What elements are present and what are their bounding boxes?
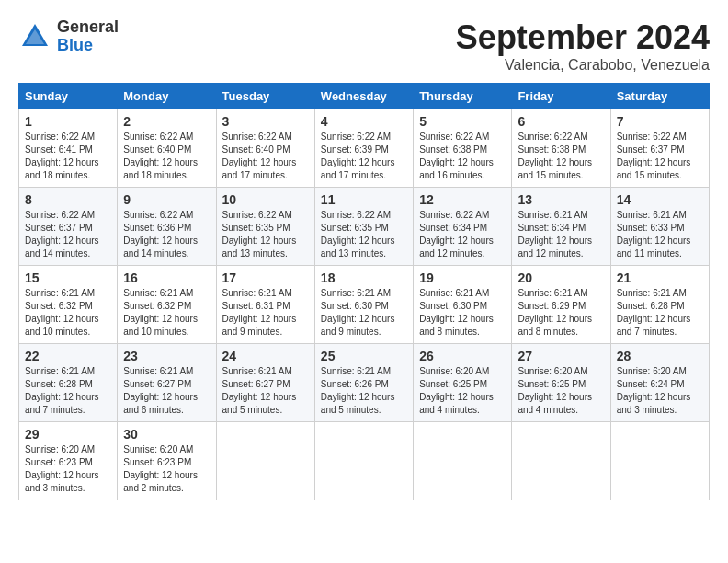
day-detail: Sunrise: 6:21 AMSunset: 6:30 PMDaylight:… bbox=[419, 288, 494, 337]
day-number: 6 bbox=[518, 114, 604, 129]
day-cell: 26 Sunrise: 6:20 AMSunset: 6:25 PMDaylig… bbox=[414, 344, 512, 422]
day-cell: 22 Sunrise: 6:21 AMSunset: 6:28 PMDaylig… bbox=[19, 344, 118, 422]
day-detail: Sunrise: 6:22 AMSunset: 6:40 PMDaylight:… bbox=[123, 132, 198, 180]
day-cell: 10 Sunrise: 6:22 AMSunset: 6:35 PMDaylig… bbox=[216, 188, 314, 266]
day-cell: 30 Sunrise: 6:20 AMSunset: 6:23 PMDaylig… bbox=[118, 422, 216, 500]
weekday-tuesday: Tuesday bbox=[216, 84, 314, 109]
week-row-5: 29 Sunrise: 6:20 AMSunset: 6:23 PMDaylig… bbox=[19, 422, 710, 500]
day-cell: 19 Sunrise: 6:21 AMSunset: 6:30 PMDaylig… bbox=[414, 266, 512, 344]
day-detail: Sunrise: 6:21 AMSunset: 6:30 PMDaylight:… bbox=[321, 288, 395, 337]
day-number: 22 bbox=[25, 349, 111, 363]
day-number: 30 bbox=[123, 427, 210, 442]
day-detail: Sunrise: 6:21 AMSunset: 6:27 PMDaylight:… bbox=[222, 366, 297, 415]
day-detail: Sunrise: 6:21 AMSunset: 6:32 PMDaylight:… bbox=[123, 288, 198, 337]
day-cell bbox=[512, 422, 610, 500]
day-cell bbox=[216, 422, 314, 500]
day-cell: 21 Sunrise: 6:21 AMSunset: 6:28 PMDaylig… bbox=[610, 266, 709, 344]
day-number: 19 bbox=[419, 270, 506, 285]
day-number: 23 bbox=[123, 349, 210, 363]
day-number: 7 bbox=[617, 114, 703, 129]
day-number: 1 bbox=[25, 114, 111, 129]
day-cell: 20 Sunrise: 6:21 AMSunset: 6:29 PMDaylig… bbox=[512, 266, 610, 344]
day-cell: 16 Sunrise: 6:21 AMSunset: 6:32 PMDaylig… bbox=[118, 266, 216, 344]
day-detail: Sunrise: 6:22 AMSunset: 6:41 PMDaylight:… bbox=[25, 132, 99, 180]
day-detail: Sunrise: 6:22 AMSunset: 6:36 PMDaylight:… bbox=[123, 210, 198, 259]
day-detail: Sunrise: 6:22 AMSunset: 6:37 PMDaylight:… bbox=[617, 132, 691, 180]
day-number: 16 bbox=[123, 270, 210, 285]
day-number: 8 bbox=[25, 192, 111, 207]
weekday-monday: Monday bbox=[118, 84, 216, 109]
day-number: 21 bbox=[617, 270, 703, 285]
week-row-4: 22 Sunrise: 6:21 AMSunset: 6:28 PMDaylig… bbox=[19, 344, 710, 422]
day-detail: Sunrise: 6:22 AMSunset: 6:38 PMDaylight:… bbox=[518, 132, 592, 180]
day-number: 28 bbox=[617, 349, 703, 363]
day-number: 26 bbox=[419, 349, 506, 363]
day-cell: 2 Sunrise: 6:22 AMSunset: 6:40 PMDayligh… bbox=[118, 109, 216, 188]
day-cell: 8 Sunrise: 6:22 AMSunset: 6:37 PMDayligh… bbox=[19, 188, 118, 266]
day-cell: 11 Sunrise: 6:22 AMSunset: 6:35 PMDaylig… bbox=[314, 188, 413, 266]
day-cell: 29 Sunrise: 6:20 AMSunset: 6:23 PMDaylig… bbox=[19, 422, 118, 500]
logo-text: General Blue bbox=[57, 18, 119, 55]
day-number: 5 bbox=[419, 114, 506, 129]
day-cell: 15 Sunrise: 6:21 AMSunset: 6:32 PMDaylig… bbox=[19, 266, 118, 344]
day-detail: Sunrise: 6:20 AMSunset: 6:25 PMDaylight:… bbox=[518, 366, 592, 415]
logo-icon bbox=[18, 20, 51, 53]
weekday-header-row: SundayMondayTuesdayWednesdayThursdayFrid… bbox=[19, 84, 710, 109]
day-number: 12 bbox=[419, 192, 506, 207]
day-detail: Sunrise: 6:22 AMSunset: 6:38 PMDaylight:… bbox=[419, 132, 494, 180]
month-title: September 2024 bbox=[456, 18, 710, 57]
day-detail: Sunrise: 6:20 AMSunset: 6:23 PMDaylight:… bbox=[25, 444, 99, 493]
day-cell: 18 Sunrise: 6:21 AMSunset: 6:30 PMDaylig… bbox=[314, 266, 413, 344]
day-cell: 23 Sunrise: 6:21 AMSunset: 6:27 PMDaylig… bbox=[118, 344, 216, 422]
day-detail: Sunrise: 6:22 AMSunset: 6:39 PMDaylight:… bbox=[321, 132, 395, 180]
day-cell: 25 Sunrise: 6:21 AMSunset: 6:26 PMDaylig… bbox=[314, 344, 413, 422]
weekday-thursday: Thursday bbox=[414, 84, 512, 109]
day-cell bbox=[314, 422, 413, 500]
week-row-2: 8 Sunrise: 6:22 AMSunset: 6:37 PMDayligh… bbox=[19, 188, 710, 266]
day-number: 27 bbox=[518, 349, 604, 363]
day-detail: Sunrise: 6:22 AMSunset: 6:35 PMDaylight:… bbox=[321, 210, 395, 259]
day-detail: Sunrise: 6:21 AMSunset: 6:29 PMDaylight:… bbox=[518, 288, 592, 337]
day-detail: Sunrise: 6:21 AMSunset: 6:28 PMDaylight:… bbox=[617, 288, 691, 337]
day-detail: Sunrise: 6:22 AMSunset: 6:37 PMDaylight:… bbox=[25, 210, 99, 259]
logo-general-text: General bbox=[57, 18, 119, 37]
location-title: Valencia, Carabobo, Venezuela bbox=[456, 57, 710, 74]
week-row-1: 1 Sunrise: 6:22 AMSunset: 6:41 PMDayligh… bbox=[19, 109, 710, 188]
day-cell bbox=[414, 422, 512, 500]
day-detail: Sunrise: 6:21 AMSunset: 6:31 PMDaylight:… bbox=[222, 288, 297, 337]
calendar-body: 1 Sunrise: 6:22 AMSunset: 6:41 PMDayligh… bbox=[19, 109, 710, 500]
day-number: 10 bbox=[222, 192, 309, 207]
day-detail: Sunrise: 6:20 AMSunset: 6:24 PMDaylight:… bbox=[617, 366, 691, 415]
weekday-friday: Friday bbox=[512, 84, 610, 109]
weekday-sunday: Sunday bbox=[19, 84, 118, 109]
day-cell: 17 Sunrise: 6:21 AMSunset: 6:31 PMDaylig… bbox=[216, 266, 314, 344]
day-cell: 7 Sunrise: 6:22 AMSunset: 6:37 PMDayligh… bbox=[610, 109, 709, 188]
day-cell: 14 Sunrise: 6:21 AMSunset: 6:33 PMDaylig… bbox=[610, 188, 709, 266]
day-detail: Sunrise: 6:21 AMSunset: 6:28 PMDaylight:… bbox=[25, 366, 99, 415]
day-detail: Sunrise: 6:21 AMSunset: 6:26 PMDaylight:… bbox=[321, 366, 395, 415]
day-cell: 12 Sunrise: 6:22 AMSunset: 6:34 PMDaylig… bbox=[414, 188, 512, 266]
day-cell: 6 Sunrise: 6:22 AMSunset: 6:38 PMDayligh… bbox=[512, 109, 610, 188]
day-cell: 3 Sunrise: 6:22 AMSunset: 6:40 PMDayligh… bbox=[216, 109, 314, 188]
day-detail: Sunrise: 6:21 AMSunset: 6:33 PMDaylight:… bbox=[617, 210, 691, 259]
calendar-table: SundayMondayTuesdayWednesdayThursdayFrid… bbox=[18, 83, 710, 500]
day-cell: 28 Sunrise: 6:20 AMSunset: 6:24 PMDaylig… bbox=[610, 344, 709, 422]
day-cell: 9 Sunrise: 6:22 AMSunset: 6:36 PMDayligh… bbox=[118, 188, 216, 266]
day-cell: 4 Sunrise: 6:22 AMSunset: 6:39 PMDayligh… bbox=[314, 109, 413, 188]
weekday-saturday: Saturday bbox=[610, 84, 709, 109]
day-number: 14 bbox=[617, 192, 703, 207]
day-number: 29 bbox=[25, 427, 111, 442]
page-header: General Blue September 2024 Valencia, Ca… bbox=[18, 18, 710, 74]
logo: General Blue bbox=[18, 18, 119, 55]
day-detail: Sunrise: 6:22 AMSunset: 6:35 PMDaylight:… bbox=[222, 210, 297, 259]
week-row-3: 15 Sunrise: 6:21 AMSunset: 6:32 PMDaylig… bbox=[19, 266, 710, 344]
day-number: 17 bbox=[222, 270, 309, 285]
day-cell bbox=[610, 422, 709, 500]
day-detail: Sunrise: 6:21 AMSunset: 6:34 PMDaylight:… bbox=[518, 210, 592, 259]
day-number: 2 bbox=[123, 114, 210, 129]
day-number: 11 bbox=[321, 192, 407, 207]
day-number: 24 bbox=[222, 349, 309, 363]
day-cell: 13 Sunrise: 6:21 AMSunset: 6:34 PMDaylig… bbox=[512, 188, 610, 266]
day-number: 3 bbox=[222, 114, 309, 129]
day-number: 4 bbox=[321, 114, 407, 129]
